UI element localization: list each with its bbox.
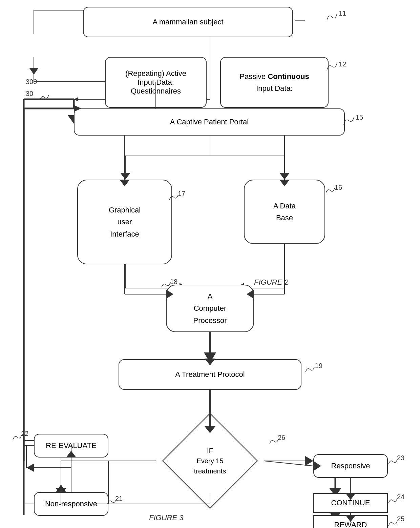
num-25: 25 (397, 515, 404, 523)
active-input-label: (Repeating) Active Input Data: Questionn… (125, 69, 186, 96)
treatment-protocol-box: A Treatment Protocol (119, 359, 301, 390)
responsive-label: Responsive (331, 462, 370, 470)
svg-marker-79 (29, 68, 39, 75)
re-evaluate-box: RE-EVALUATE (34, 434, 108, 458)
svg-marker-28 (305, 456, 313, 466)
svg-marker-51 (26, 464, 34, 472)
computer-processor-label: A Computer Processor (193, 290, 227, 326)
diamond-container: IF Every 15 treatments (156, 427, 264, 495)
gui-label: Graphical user Interface (109, 204, 141, 240)
database-label: A Data Base (273, 200, 296, 224)
database-box: A Data Base (244, 180, 325, 244)
gui-box: Graphical user Interface (77, 180, 172, 264)
reward-label: REWARD (334, 521, 367, 528)
re-evaluate-label: RE-EVALUATE (46, 441, 97, 450)
mammalian-subject-label: A mammalian subject (152, 18, 223, 26)
svg-marker-13 (120, 173, 130, 180)
num-16: 16 (335, 184, 342, 191)
responsive-box: Responsive (313, 454, 388, 478)
mammalian-subject-box: A mammalian subject (83, 7, 293, 37)
num-15: 15 (356, 114, 363, 121)
svg-marker-16 (279, 173, 290, 180)
num-11: 11 (339, 9, 346, 17)
svg-marker-7 (74, 97, 78, 101)
num-300: 300 (26, 78, 37, 86)
num-24: 24 (397, 493, 404, 501)
continue-label: CONTINUE (331, 499, 370, 507)
num-18: 18 (170, 278, 177, 286)
num-17: 17 (178, 190, 185, 198)
active-input-box: (Repeating) Active Input Data: Questionn… (105, 57, 207, 108)
passive-input-label: Passive ContinuousInput Data: (239, 70, 309, 94)
computer-processor-box: A Computer Processor (166, 285, 254, 332)
svg-line-73 (264, 461, 313, 466)
num-19: 19 (315, 362, 322, 370)
svg-marker-48 (56, 485, 66, 492)
num-30: 30 (26, 90, 33, 98)
captive-portal-label: A Captive Patient Portal (170, 118, 249, 126)
captive-portal-box: A Captive Patient Portal (74, 108, 345, 136)
passive-input-box: Passive ContinuousInput Data: (220, 57, 329, 108)
treatment-protocol-label: A Treatment Protocol (175, 370, 245, 379)
figure2-label: FIGURE 2 (254, 278, 288, 287)
continue-box: CONTINUE (313, 493, 388, 513)
num-12: 12 (339, 60, 346, 68)
diamond-label: IF Every 15 treatments (194, 446, 226, 476)
non-responsive-box: Non-responsive (34, 492, 108, 516)
non-responsive-label: Non-responsive (45, 500, 97, 508)
figure3-label: FIGURE 3 (149, 513, 183, 522)
num-23: 23 (397, 454, 404, 462)
reward-box: REWARD (313, 515, 388, 528)
